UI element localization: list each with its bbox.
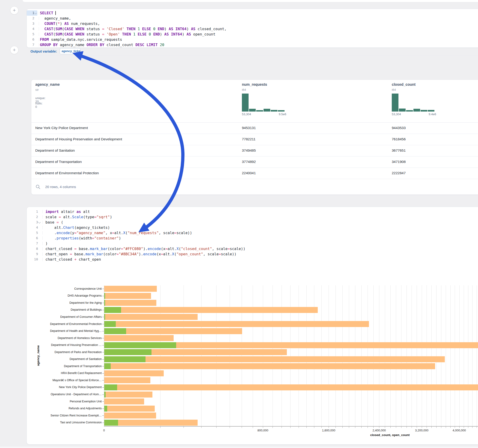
bar-closed-13 <box>104 377 150 383</box>
bar-open-14 <box>104 384 117 390</box>
previous-cell-edge <box>23 0 478 2</box>
x-axis-tick-label: 2,400,000 <box>372 429 386 432</box>
y-axis-label: Operations Unit - Department of Hom… <box>51 393 102 396</box>
x-axis-tick-label: 3,200,000 <box>415 429 428 432</box>
bar-closed-3 <box>104 307 318 313</box>
y-axis-label: Refunds and Adjustments <box>69 407 102 410</box>
code-line: 7GROUP BY agency_name ORDER BY closed_co… <box>27 42 478 48</box>
bar-open-9 <box>104 349 151 355</box>
y-axis-label: Department of Consumer Affairs <box>60 315 102 318</box>
bar-closed-15 <box>104 392 152 398</box>
bar-closed-14 <box>104 384 478 390</box>
y-axis-label: Mayorâ€ s Office of Special Enforce… <box>53 379 102 382</box>
bar-open-8 <box>104 342 176 348</box>
table-preview-card: agency_namestrunique: 20nulls: 0 num_req… <box>31 80 478 195</box>
bar-open-5 <box>104 321 116 327</box>
y-axis-label: Department for the Aging <box>69 301 102 305</box>
text-cursor <box>55 11 56 15</box>
page-bottom-strip <box>0 447 478 448</box>
x-axis-tick-label: 800,000 <box>258 429 268 432</box>
y-axis-label: Department of Homeless Services <box>58 336 102 340</box>
output-variable-pill[interactable]: agency_tickets <box>60 48 81 54</box>
y-axis-label: Personal Exemption Unit <box>70 400 102 403</box>
bar-open-4 <box>104 314 105 320</box>
python-code-editor[interactable]: 1import altair as alt2scale = alt.Scale(… <box>27 209 478 262</box>
output-variable-row: Output variable: agency_tickets <box>31 48 81 55</box>
bar-closed-16 <box>104 398 144 404</box>
y-axis-label: Department of Parks and Recreation <box>55 350 102 354</box>
y-axis-label: Department of Sanitation <box>70 357 102 361</box>
bar-open-2 <box>104 300 105 306</box>
bar-open-15 <box>104 392 106 398</box>
x-axis-tick-label: 0 <box>103 429 105 432</box>
code-line: 5 .encode(y="agency_name", x=alt.X("num_… <box>27 230 478 236</box>
code-line: 1SELECT <box>27 10 478 16</box>
bar-closed-1 <box>104 293 151 299</box>
search-icon[interactable] <box>36 184 41 189</box>
table-footer: 20 rows, 4 columns <box>31 179 478 194</box>
bar-open-3 <box>104 307 121 313</box>
code-line: 1import altair as alt <box>27 209 478 214</box>
code-line: 2 agency_name, <box>27 16 478 21</box>
bar-open-11 <box>104 363 111 369</box>
y-axis-label: Correspondence Unit <box>74 287 102 290</box>
column-histogram <box>242 93 284 112</box>
code-line: 5 CAST(SUM(CASE WHEN status = 'Open' THE… <box>27 31 478 37</box>
bar-closed-12 <box>104 370 164 376</box>
bar-closed-10 <box>104 356 445 362</box>
bar-closed-5 <box>104 321 369 327</box>
code-line: 3 COUNT(*) AS num_requests, <box>27 21 478 26</box>
y-axis-label: Taxi and Limousine Commission <box>60 421 102 424</box>
table-row[interactable]: Department of Environmental Protection22… <box>31 168 478 179</box>
bar-closed-0 <box>104 286 157 292</box>
table-row[interactable]: Department of Transportation377489234719… <box>31 156 478 168</box>
chart-plot-area <box>104 285 478 426</box>
table-row[interactable]: New York City Police Department945313194… <box>31 122 478 134</box>
sql-code-editor[interactable]: 1SELECT 2 agency_name,3 COUNT(*) AS num_… <box>27 10 478 48</box>
code-line: 7) <box>27 241 478 246</box>
y-axis-label: Department of Environmental Protection <box>50 322 102 326</box>
code-line: 4 CAST(SUM(CASE WHEN status = 'Closed' T… <box>27 26 478 31</box>
output-variable-label: Output variable: <box>31 49 57 53</box>
y-axis-label: Department of Health and Mental Hyg… <box>50 329 102 333</box>
code-line: 6 .properties(width="container") <box>27 236 478 241</box>
y-axis-label: Senior Citizen Rent Increase Exempti… <box>50 414 102 417</box>
code-line: 3base = ( <box>27 220 478 225</box>
y-axis-label: Department of Buildings <box>71 308 102 311</box>
bar-open-10 <box>104 356 145 362</box>
section-divider <box>31 55 478 56</box>
add-cell-button-middle[interactable]: + <box>10 46 19 54</box>
code-line: 4 alt.Chart(agency_tickets) <box>27 225 478 230</box>
y-axis-label: HRA Benefit Card Replacement <box>61 372 102 375</box>
bar-closed-2 <box>104 300 156 306</box>
add-cell-button-top[interactable]: + <box>10 6 19 14</box>
bar-closed-19 <box>104 420 198 426</box>
row-count-label: 20 rows, 4 columns <box>45 185 76 189</box>
sql-cell[interactable]: 1SELECT 2 agency_name,3 COUNT(*) AS num_… <box>26 9 478 48</box>
bar-closed-17 <box>104 406 155 412</box>
bar-closed-11 <box>104 363 435 369</box>
code-line: 10chart_closed + chart_open <box>27 257 478 262</box>
bar-open-19 <box>104 420 118 426</box>
code-line: 6FROM sample_data.nyc.service_requests <box>27 37 478 42</box>
table-row[interactable]: Department of Sanitation37494853677651 <box>31 145 478 156</box>
notebook-page: + 1SELECT 2 agency_name,3 COUNT(*) AS nu… <box>0 0 478 448</box>
y-axis-label: New York City Police Department <box>59 386 102 389</box>
x-axis-tick-label: 1,600,000 <box>322 429 335 432</box>
y-axis-title: agency_name <box>37 345 40 366</box>
y-axis-label: Department of Transportation <box>64 365 102 368</box>
bar-closed-7 <box>104 335 174 341</box>
y-axis-label: DHS Advantage Programs <box>68 294 102 297</box>
code-line: 8chart_closed = base.mark_bar(color="#FF… <box>27 246 478 251</box>
bar-closed-4 <box>104 314 198 320</box>
bar-open-17 <box>104 406 107 412</box>
bar-open-1 <box>104 293 105 299</box>
table-row[interactable]: Department of Housing Preservation and D… <box>31 134 478 145</box>
bar-open-6 <box>104 328 126 334</box>
bar-closed-18 <box>104 412 156 418</box>
x-axis-tick-label: 4,000,000 <box>453 429 466 432</box>
table-header: agency_namestrunique: 20nulls: 0 num_req… <box>31 80 478 123</box>
code-line: 2scale = alt.Scale(type="sqrt") <box>27 214 478 220</box>
y-axis-label: Department of Housing Preservation … <box>51 343 102 347</box>
python-chart-cell: 1import altair as alt2scale = alt.Scale(… <box>26 207 478 445</box>
